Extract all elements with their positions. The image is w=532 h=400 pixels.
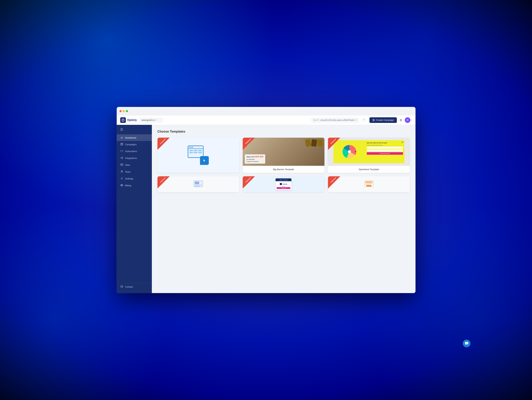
browser-minimize-dot[interactable]	[123, 110, 125, 112]
sidebar-item-dashboard[interactable]: ⊙ Dashboard	[117, 134, 152, 141]
product-2	[311, 139, 317, 147]
svg-rect-28	[365, 181, 372, 183]
sidebar: ☰ ⊙ Dashboard Campaigns	[117, 125, 152, 293]
premium-badge-1: PREMIUM	[158, 138, 169, 147]
logo-area: Optinly	[120, 117, 137, 123]
contact-icon	[120, 285, 123, 288]
url-text: www.gozen.io	[142, 119, 155, 121]
banner-text-2: On BrandedFashion Products	[247, 159, 259, 162]
url-bar[interactable]: www.gozen.io ▾	[140, 118, 163, 122]
main-content: Choose Templates PREMIUM	[152, 125, 416, 293]
banner-text-overlay: Shop And SAVE BIG On BrandedFashion Prod…	[245, 154, 265, 164]
app-header: Optinly www.gozen.io ▾ App ID: e31ee9f-1…	[117, 115, 416, 125]
template-card-partial-1[interactable]: PREMIUM	[158, 176, 239, 192]
sidebar-label-campaigns: Campaigns	[125, 143, 137, 146]
premium-badge-5: PREMIUM	[243, 176, 254, 186]
template-card-partial-3[interactable]: PREMIUM	[328, 176, 410, 192]
help-button[interactable]: ?	[361, 117, 367, 123]
template-card-spinwheel[interactable]: PREMIUM ✕	[328, 138, 410, 173]
browser-topbar	[117, 107, 416, 115]
billing-icon	[120, 184, 123, 187]
svg-point-5	[121, 158, 121, 158]
sidebar-label-integrations: Integrations	[125, 157, 137, 160]
chat-widget[interactable]	[463, 340, 470, 347]
premium-badge-3: PREMIUM	[328, 138, 339, 147]
sidebar-item-subscribers[interactable]: Subscribers	[117, 148, 152, 155]
logo-text: Optinly	[127, 118, 137, 122]
svg-rect-26	[195, 186, 200, 186]
svg-rect-29	[365, 184, 372, 184]
popup-preview-wrapper: Optins - Pop-Up ▾ Optinly popup Subscrib…	[276, 178, 291, 190]
template-card-drag-drop[interactable]: PREMIUM	[158, 138, 239, 173]
sidebar-label-contact: Contact	[125, 285, 133, 288]
template-card-big-banner[interactable]: PREMIUM Shop And SAVE	[243, 138, 324, 173]
dnd-cell-4	[189, 152, 193, 153]
team-icon	[120, 170, 123, 173]
dnd-cell-2	[194, 150, 197, 151]
popup-brand: Optinly	[282, 183, 287, 185]
premium-ribbon-5: PREMIUM	[243, 176, 255, 189]
dnd-cursor	[200, 156, 209, 165]
banner-text-1: Shop And	[247, 156, 254, 158]
sidebar-item-settings[interactable]: Settings	[117, 175, 152, 182]
grid-apps-icon[interactable]: ⊞	[400, 118, 402, 122]
subscribers-icon	[120, 150, 123, 153]
user-avatar[interactable]: H	[405, 117, 410, 123]
sidebar-label-billing: Billing	[125, 184, 131, 187]
dnd-dot-2	[191, 147, 192, 148]
sites-icon	[120, 163, 123, 166]
premium-badge-2: PREMIUM	[243, 138, 254, 147]
svg-point-35	[467, 343, 468, 344]
popup-text: popup	[277, 186, 290, 187]
plus-icon: ✦	[372, 119, 375, 122]
premium-badge-4: PREMIUM	[158, 176, 169, 186]
template-label-spinwheel: Spinwheel Template	[328, 166, 410, 173]
sidebar-label-dashboard: Dashboard	[125, 136, 136, 139]
svg-rect-25	[195, 185, 202, 185]
app-id-label: App ID:	[313, 119, 319, 121]
sidebar-item-team[interactable]: Team	[117, 168, 152, 175]
sidebar-item-campaigns[interactable]: Campaigns	[117, 141, 152, 148]
url-dropdown-icon[interactable]: ▾	[156, 119, 157, 121]
popup-logo	[280, 183, 282, 185]
campaigns-icon	[120, 143, 123, 146]
svg-rect-18	[121, 185, 122, 186]
avatar-dropdown-icon[interactable]: ▾	[411, 119, 412, 121]
sidebar-item-integrations[interactable]: Integrations	[117, 155, 152, 161]
banner-save-text: SAVE BIG	[254, 156, 264, 158]
premium-ribbon-3: PREMIUM	[328, 138, 340, 150]
dashboard-icon: ⊙	[120, 136, 123, 139]
spin-name-input	[367, 147, 403, 149]
template-card-partial-2[interactable]: PREMIUM Optins - Pop-Up ▾ Optinly	[243, 176, 324, 192]
svg-point-34	[466, 343, 467, 344]
sidebar-item-contact[interactable]: Contact	[117, 283, 152, 290]
spin-cta-button[interactable]: Spin the wheel now!	[367, 152, 403, 155]
product-3	[317, 139, 323, 147]
hamburger-menu[interactable]: ☰	[117, 128, 152, 134]
settings-icon	[120, 177, 123, 180]
plain-preview-icon	[193, 180, 203, 189]
spin-wheel-svg	[342, 145, 356, 159]
svg-line-9	[121, 158, 122, 159]
create-campaign-label: Create Campaign	[376, 119, 394, 121]
sidebar-item-sites[interactable]: Sites	[117, 161, 152, 168]
dnd-cell-5	[194, 152, 197, 153]
page-title: Choose Templates	[158, 130, 410, 133]
browser-maximize-dot[interactable]	[126, 110, 128, 112]
sidebar-item-billing[interactable]: Billing	[117, 182, 152, 189]
svg-rect-4	[121, 150, 123, 152]
help-label: ?	[363, 119, 365, 121]
browser-close-dot[interactable]	[120, 110, 122, 112]
spinwheel-right: Spin the wheel to win the price Enter yo…	[365, 140, 404, 163]
copy-icon[interactable]: ⎘	[355, 119, 357, 121]
spinwheel-close-icon: ✕	[402, 141, 403, 143]
spin-email-input	[367, 149, 403, 152]
sidebar-label-subscribers: Subscribers	[125, 150, 137, 153]
product-1	[305, 139, 311, 147]
svg-point-21	[348, 150, 351, 153]
product-items	[305, 139, 323, 147]
svg-rect-30	[365, 184, 371, 185]
create-campaign-button[interactable]: ✦ Create Campaign	[369, 117, 397, 123]
user-initial: H	[407, 119, 408, 121]
browser-window: Optinly www.gozen.io ▾ App ID: e31ee9f-1…	[117, 107, 416, 293]
